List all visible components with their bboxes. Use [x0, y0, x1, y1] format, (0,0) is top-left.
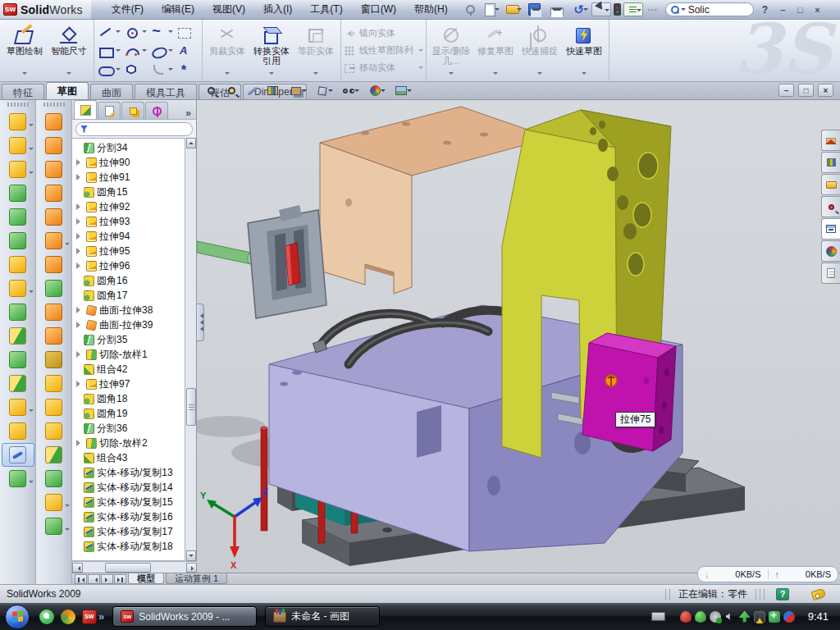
arc-icon[interactable]: [122, 42, 148, 60]
command-manager-tab[interactable]: 模具工具: [135, 84, 197, 99]
filled-surface-icon[interactable]: [38, 443, 71, 467]
circle-icon[interactable]: [122, 23, 148, 41]
restore-button[interactable]: □: [793, 3, 807, 16]
instant3d-icon[interactable]: [2, 443, 34, 467]
tree-item[interactable]: 分割36: [72, 421, 185, 436]
chamfer-icon[interactable]: [2, 181, 34, 205]
expand-arrow-icon[interactable]: [76, 381, 84, 387]
tree-item[interactable]: 圆角18: [72, 391, 185, 406]
tree-item[interactable]: 拉伸92: [72, 199, 185, 214]
menu-item[interactable]: 编辑(E): [153, 0, 203, 19]
scroll-up-icon[interactable]: [186, 138, 196, 148]
edit-appearance-icon[interactable]: [364, 84, 386, 98]
status-help-button[interactable]: ?: [776, 588, 789, 600]
network-tray-icon[interactable]: [783, 611, 795, 623]
scroll-right-icon[interactable]: [186, 563, 197, 573]
lofted-boss-icon[interactable]: [38, 181, 71, 205]
expand-arrow-icon[interactable]: [76, 159, 84, 166]
update-tray-icon[interactable]: [710, 611, 721, 623]
security-alert-tray-icon[interactable]: [680, 611, 692, 623]
tree-item[interactable]: 圆角15: [72, 185, 185, 199]
curve-icon[interactable]: [2, 467, 34, 491]
quicklaunch-solidworks-icon[interactable]: SW: [82, 609, 97, 624]
configuration-manager-tab[interactable]: [121, 102, 144, 119]
taskbar-clock[interactable]: 9:41: [808, 610, 829, 623]
scroll-down-icon[interactable]: [186, 550, 196, 561]
expand-arrow-icon[interactable]: [76, 174, 84, 180]
tree-item[interactable]: 拉伸96: [72, 258, 185, 273]
revolved-cut-icon[interactable]: [38, 134, 71, 158]
tree-item[interactable]: 实体-移动/复制15: [72, 495, 185, 509]
ellipse-icon[interactable]: [148, 42, 174, 60]
hole-wizard-icon[interactable]: [2, 253, 34, 276]
menu-item[interactable]: 帮助(H): [405, 0, 457, 19]
close-button[interactable]: ×: [818, 84, 833, 97]
print-icon[interactable]: [547, 2, 567, 16]
linear-sketch-pattern-button[interactable]: 线性草图阵列: [344, 43, 423, 59]
pushpin-icon[interactable]: [463, 2, 478, 16]
revolved-boss-icon[interactable]: [38, 110, 71, 134]
status-tag-icon[interactable]: [811, 587, 827, 600]
knit-surface-icon[interactable]: [38, 419, 71, 443]
solidworks-resources-tab[interactable]: [821, 130, 840, 151]
model-tab[interactable]: 模型: [128, 573, 164, 584]
tree-horizontal-scrollbar[interactable]: [72, 561, 197, 573]
rapid-sketch-button[interactable]: 快速草图: [563, 22, 605, 79]
taskbar-button-solidworks[interactable]: SW SolidWorks 2009 - ...: [112, 606, 257, 627]
shell-icon[interactable]: [2, 205, 34, 229]
tree-item[interactable]: 实体-移动/复制18: [72, 539, 185, 554]
expand-arrow-icon[interactable]: [76, 262, 84, 269]
scroll-thumb[interactable]: [105, 563, 151, 573]
sketch-fillet-icon[interactable]: [148, 61, 174, 79]
tree-item[interactable]: 拉伸95: [72, 244, 185, 258]
search-scope-dropdown-icon[interactable]: [681, 8, 686, 13]
last-tab-icon[interactable]: [114, 574, 126, 584]
search-box[interactable]: Solic: [665, 2, 754, 16]
minimize-button[interactable]: –: [776, 3, 790, 16]
extruded-boss-icon[interactable]: [2, 134, 34, 158]
sync-tray-icon[interactable]: [739, 611, 751, 623]
expand-arrow-icon[interactable]: [76, 203, 84, 210]
close-button[interactable]: ×: [810, 3, 824, 16]
quicklaunch-messenger-icon[interactable]: [39, 609, 54, 624]
line-icon[interactable]: [96, 23, 121, 41]
zoom-fit-icon[interactable]: [203, 84, 219, 98]
draft-icon[interactable]: [2, 229, 34, 253]
section-view-icon[interactable]: [265, 84, 281, 98]
replace-face-icon[interactable]: [38, 372, 71, 395]
delete-face-icon[interactable]: [38, 348, 71, 372]
previous-view-icon[interactable]: [244, 84, 260, 98]
extruded-surface-icon[interactable]: [38, 229, 71, 253]
model-tab[interactable]: 运动算例 1: [166, 573, 227, 584]
rectangle-icon[interactable]: [96, 42, 121, 60]
first-tab-icon[interactable]: [75, 574, 87, 584]
polygon-icon[interactable]: [122, 61, 148, 79]
tree-item[interactable]: 曲面-拉伸38: [72, 303, 185, 317]
plane-icon[interactable]: [2, 419, 34, 443]
health-tray-icon[interactable]: [769, 611, 780, 623]
feature-manager-tab[interactable]: [74, 100, 97, 119]
toolbar-grip[interactable]: [43, 103, 65, 107]
scroll-thumb[interactable]: [186, 388, 196, 426]
sketch-text-icon[interactable]: [175, 42, 200, 60]
antivirus-tray-icon[interactable]: [695, 611, 706, 623]
quick-launch-chevron[interactable]: »: [98, 610, 104, 623]
tree-item[interactable]: 拉伸97: [72, 377, 185, 391]
move-entities-button[interactable]: 移动实体: [344, 60, 423, 76]
tree-item[interactable]: 切除-放样1: [72, 347, 185, 362]
minimize-button[interactable]: –: [778, 84, 794, 97]
menu-item[interactable]: 工具(T): [301, 0, 351, 19]
traffic-light-icon[interactable]: [614, 3, 621, 16]
hover-highlight-block[interactable]: [582, 333, 676, 451]
manager-overflow-chevron[interactable]: »: [185, 107, 191, 119]
tree-item[interactable]: 实体-移动/复制17: [72, 524, 185, 539]
input-keyboard-icon[interactable]: [651, 612, 665, 621]
undo-icon[interactable]: [569, 2, 589, 16]
toolbar-grip[interactable]: [7, 103, 29, 107]
help-button[interactable]: ?: [762, 4, 768, 16]
previous-tab-icon[interactable]: [88, 574, 100, 584]
panel-collapse-handle[interactable]: [197, 304, 204, 341]
display-style-icon[interactable]: [312, 84, 333, 98]
quick-snaps-button[interactable]: 快速捕捉: [518, 22, 561, 79]
menu-item[interactable]: 窗口(W): [352, 0, 405, 19]
